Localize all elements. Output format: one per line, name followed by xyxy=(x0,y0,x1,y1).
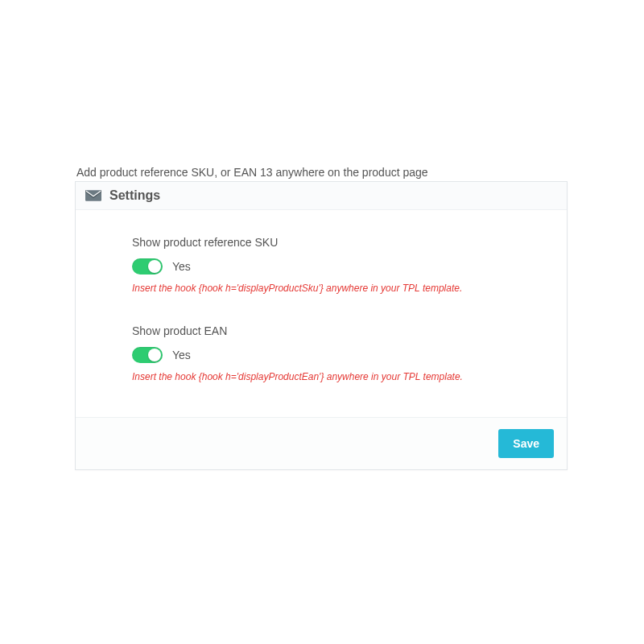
settings-panel: Settings Show product reference SKU Yes … xyxy=(75,181,568,470)
panel-header: Settings xyxy=(76,182,567,210)
save-button[interactable]: Save xyxy=(498,429,554,458)
toggle-show-ean[interactable] xyxy=(132,347,163,363)
panel-footer: Save xyxy=(76,417,567,469)
toggle-state-sku: Yes xyxy=(172,260,191,273)
field-label-sku: Show product reference SKU xyxy=(132,236,543,249)
panel-body: Show product reference SKU Yes Insert th… xyxy=(76,210,567,417)
help-text-sku: Insert the hook {hook h='displayProductS… xyxy=(132,283,543,295)
panel-title: Settings xyxy=(109,188,160,203)
toggle-row-sku: Yes xyxy=(132,258,543,275)
field-show-ean: Show product EAN Yes Insert the hook {ho… xyxy=(132,324,543,384)
envelope-icon xyxy=(85,190,101,201)
field-show-sku: Show product reference SKU Yes Insert th… xyxy=(132,236,543,295)
toggle-row-ean: Yes xyxy=(132,347,543,363)
toggle-knob xyxy=(148,349,161,361)
toggle-show-sku[interactable] xyxy=(132,258,163,275)
help-text-ean: Insert the hook {hook h='displayProductE… xyxy=(132,371,543,384)
settings-module: Add product reference SKU, or EAN 13 any… xyxy=(75,165,568,470)
intro-text: Add product reference SKU, or EAN 13 any… xyxy=(75,165,568,181)
toggle-state-ean: Yes xyxy=(172,349,191,361)
toggle-knob xyxy=(148,260,161,273)
field-label-ean: Show product EAN xyxy=(132,324,543,337)
